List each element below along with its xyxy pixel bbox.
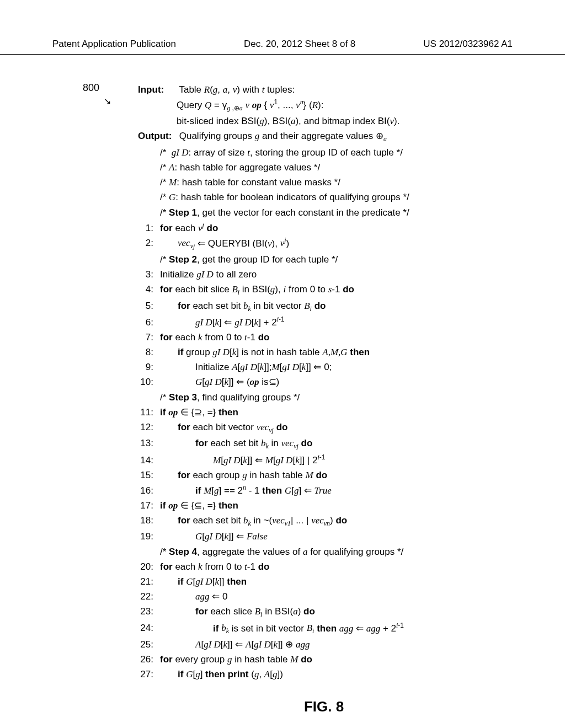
header-right: US 2012/0323962 A1 [423,39,513,50]
code-line: 6:gI D[k] ⇐ gI D[k] + 2i-1 [138,314,565,330]
line-13: for each set bit bk in vecvj do [160,436,565,452]
line-num: 17: [138,498,153,513]
output-text: Qualifying groups g and their aggregate … [179,131,387,141]
step-3: /* Step 3, find qualifying groups */ [160,390,565,405]
line-num: 4: [138,282,153,297]
line-num: 24: [138,620,153,635]
line-num: 16: [138,483,153,498]
code-line: 13:for each set bit bk in vecvj do [138,436,565,452]
step-line: /* Step 1, get the vector for each const… [138,205,565,220]
comment-line: /* M: hash table for constant value mask… [138,175,565,190]
step-2: /* Step 2, get the group ID for each tup… [160,252,565,267]
input-row: Input: Table R(g, a, v) with t tuples: [138,82,565,97]
line-num: 10: [138,374,153,389]
input-text-1: Table R(g, a, v) with t tuples: [179,84,295,95]
line-5: for each set bit bk in bit vector Bi do [160,298,565,314]
line-25: A[gI D[k]] ⇐ A[gI D[k]] ⊕ agg [160,637,565,652]
line-num: 12: [138,420,153,435]
code-line: 5:for each set bit bk in bit vector Bi d… [138,298,565,314]
step-1: /* Step 1, get the vector for each const… [160,205,565,220]
line-17: if op ∈ {⊆, =} then [160,498,565,513]
code-line: 27:if G[g] then print (g, A[g]) [138,667,565,682]
code-line: 8:if group gI D[k] is not in hash table … [138,345,565,360]
line-20: for each k from 0 to t-1 do [160,559,565,574]
line-4: for each bit slice Bi in BSI(g), i from … [160,282,565,298]
code-line: 16:if M[g] == 2n - 1 then G[g] ⇐ True [138,483,565,498]
input-row-2: Query Q = γg ,⊕a v op { v1, ..., vn} (R)… [177,97,565,114]
line-num: 14: [138,453,153,468]
line-num: 27: [138,667,153,682]
input-text-2: Query Q = γg ,⊕a v op { v1, ..., vn} (R)… [177,97,565,114]
code-line: 9:Initialize A[gI D[k]];M[gI D[k]] ⇐ 0; [138,360,565,374]
code-line: 17:if op ∈ {⊆, =} then [138,498,565,513]
input-label: Input: [138,82,177,97]
output-label: Output: [138,129,177,143]
code-line: 22:agg ⇐ 0 [138,589,565,604]
line-14: M[gI D[k]] ⇐ M[gI D[k]] | 2i-1 [160,452,565,468]
line-num: 22: [138,589,153,604]
line-num: 20: [138,559,153,574]
line-num: 5: [138,298,153,313]
line-num: 3: [138,267,153,282]
code-line: 23:for each slice Bi in BSI(a) do [138,604,565,620]
comment-4: /* G: hash table for boolean indicators … [160,190,565,205]
comment-2: /* A: hash table for aggregate values */ [160,160,565,175]
header-center: Dec. 20, 2012 Sheet 8 of 8 [244,39,355,50]
comment-line: /* A: hash table for aggregate values */ [138,160,565,175]
output-row: Output: Qualifying groups g and their ag… [138,129,565,144]
page-header: Patent Application Publication Dec. 20, … [0,0,565,55]
code-line: 14:M[gI D[k]] ⇐ M[gI D[k]] | 2i-1 [138,452,565,468]
step-4: /* Step 4, aggregate the values of a for… [160,544,565,559]
code-line: 21:if G[gI D[k]] then [138,574,565,589]
page-content: 800 ↘ Input: Table R(g, a, v) with t tup… [0,55,565,715]
code-line: 1:for each vj do [138,220,565,235]
line-1: for each vj do [160,220,565,235]
code-line: 25:A[gI D[k]] ⇐ A[gI D[k]] ⊕ agg [138,637,565,652]
code-line: 10:G[gI D[k]] ⇐ (op is⊆) [138,374,565,389]
code-line: 4:for each bit slice Bi in BSI(g), i fro… [138,282,565,298]
line-num: 7: [138,330,153,345]
code-line: 15:for each group g in hash table M do [138,468,565,483]
line-2: vecvj ⇐ QUERYBI (BI(v), vj) [160,235,565,252]
line-num: 15: [138,468,153,483]
line-num: 19: [138,529,153,544]
line-19: G[gI D[k]] ⇐ False [160,529,565,544]
line-27: if G[g] then print (g, A[g]) [160,667,565,682]
comment-line: /* G: hash table for boolean indicators … [138,190,565,205]
input-row-3: bit-sliced index BSI(g), BSI(a), and bit… [177,114,565,129]
code-line: 11:if op ∈ {⊇, =} then [138,405,565,420]
figure-arrow-icon: ↘ [104,96,111,106]
line-18: for each set bit bk in ~(vecv1| ... | ve… [160,513,565,529]
line-num: 9: [138,360,153,374]
line-24: if bk is set in bit vector Bi then agg ⇐… [160,620,565,637]
line-7: for each k from 0 to t-1 do [160,330,565,345]
line-num: 11: [138,405,153,420]
line-22: agg ⇐ 0 [160,589,565,604]
line-23: for each slice Bi in BSI(a) do [160,604,565,620]
line-16: if M[g] == 2n - 1 then G[g] ⇐ True [160,483,565,498]
line-num: 21: [138,574,153,589]
figure-number: 800 [83,82,99,94]
header-left: Patent Application Publication [52,39,176,50]
step-line: /* Step 2, get the group ID for each tup… [138,252,565,267]
step-line: /* Step 3, find qualifying groups */ [138,390,565,405]
line-num: 1: [138,221,153,235]
code-line: 19:G[gI D[k]] ⇐ False [138,529,565,544]
figure-caption: FIG. 8 [83,698,565,715]
code-line: 26:for every group g in hash table M do [138,652,565,667]
line-num: 13: [138,436,153,451]
line-num: 25: [138,637,153,652]
comment-1: /* gI D: array of size t, storing the gr… [160,145,565,160]
code-line: 12:for each bit vector vecvj do [138,420,565,436]
line-26: for every group g in hash table M do [160,652,565,667]
step-line: /* Step 4, aggregate the values of a for… [138,544,565,559]
input-text-3: bit-sliced index BSI(g), BSI(a), and bit… [177,114,565,129]
code-line: 7:for each k from 0 to t-1 do [138,330,565,345]
line-12: for each bit vector vecvj do [160,420,565,436]
line-num: 18: [138,513,153,528]
code-line: 18:for each set bit bk in ~(vecv1| ... |… [138,513,565,529]
line-num: 6: [138,315,153,330]
algorithm-block: Input: Table R(g, a, v) with t tuples: Q… [138,82,565,682]
line-num: 23: [138,604,153,619]
line-8: if group gI D[k] is not in hash table A,… [160,345,565,360]
